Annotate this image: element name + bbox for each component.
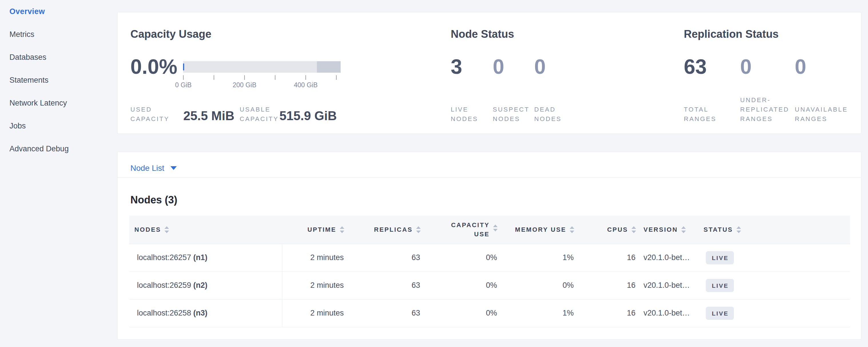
column-header-capacity-use[interactable]: CAPACITY USE (424, 216, 501, 244)
sort-icon (164, 226, 169, 233)
dead-nodes-label: DEAD NODES (534, 105, 562, 124)
node-status-title: Node Status (451, 28, 514, 40)
sort-icon (737, 226, 741, 233)
replicas-cell: 63 (348, 299, 424, 327)
capacity-usage-panel: Capacity Usage 0.0% 0 GiB 200 GiB 400 Gi… (130, 12, 451, 134)
node-id: (n1) (193, 253, 208, 262)
column-header-nodes[interactable]: NODES (129, 216, 282, 244)
cpus-cell: 16 (578, 244, 640, 272)
axis-label-400gib: 400 GiB (294, 81, 317, 89)
status-badge: LIVE (706, 251, 734, 264)
replicas-cell: 63 (348, 244, 424, 272)
cluster-summary-card: Capacity Usage 0.0% 0 GiB 200 GiB 400 Gi… (117, 12, 861, 134)
node-row[interactable]: localhost:26259 (n2) 2 minutes 63 0% 0% … (129, 272, 850, 299)
capacity-use-cell: 0% (424, 299, 501, 327)
memory-use-cell: 0% (501, 272, 578, 299)
column-header-uptime[interactable]: UPTIME (282, 216, 348, 244)
status-badge: LIVE (706, 279, 734, 292)
capacity-use-cell: 0% (424, 244, 501, 272)
sidebar-item-overview[interactable]: Overview (9, 8, 117, 15)
capacity-usage-title: Capacity Usage (130, 28, 211, 40)
version-cell: v20.1.0-bet… (640, 299, 698, 327)
axis-label-200gib: 200 GiB (232, 81, 256, 89)
uptime-cell: 2 minutes (282, 244, 348, 272)
column-header-cpus[interactable]: CPUS (578, 216, 640, 244)
usable-capacity-label: USABLE CAPACITY (240, 105, 279, 124)
replication-status-panel: Replication Status 63 0 0 TOTAL RANGES U… (684, 12, 858, 134)
sort-icon (631, 226, 636, 233)
capacity-gauge-other-segment (317, 61, 341, 73)
node-status-panel: Node Status 3 0 0 LIVE NODES SUSPECT NOD… (451, 12, 674, 134)
under-replicated-ranges-label: UNDER- REPLICATED RANGES (740, 95, 789, 124)
sidebar-item-statements[interactable]: Statements (9, 76, 117, 84)
usable-capacity-value: 515.9 GiB (279, 109, 337, 122)
used-capacity-value: 25.5 MiB (183, 109, 235, 122)
sort-icon (570, 226, 574, 233)
nodes-section-title: Nodes (3) (130, 194, 177, 206)
status-cell: LIVE (698, 299, 850, 327)
sidebar-item-databases[interactable]: Databases (9, 54, 117, 61)
sidebar-item-metrics[interactable]: Metrics (9, 31, 117, 38)
sort-icon (493, 225, 498, 231)
column-header-replicas[interactable]: REPLICAS (348, 216, 424, 244)
cpus-cell: 16 (578, 299, 640, 327)
capacity-used-percent: 0.0% (130, 56, 177, 77)
unavailable-ranges-label: UNAVAILABLE RANGES (795, 105, 848, 124)
column-header-version[interactable]: VERSION (640, 216, 698, 244)
sort-icon (681, 226, 686, 233)
capacity-use-cell: 0% (424, 272, 501, 299)
live-nodes-count: 3 (451, 56, 462, 77)
capacity-gauge-axis-labels: 0 GiB 200 GiB 400 GiB (183, 81, 341, 89)
suspect-nodes-label: SUSPECT NODES (493, 105, 529, 124)
memory-use-cell: 1% (501, 244, 578, 272)
nodes-table: NODES UPTIME REPLICAS CAPACITY USE MEMOR… (129, 216, 850, 327)
capacity-gauge: 0 GiB 200 GiB 400 GiB (183, 61, 341, 89)
node-id: (n3) (193, 309, 208, 317)
memory-use-cell: 1% (501, 299, 578, 327)
node-address-cell: localhost:26259 (n2) (129, 272, 282, 299)
under-replicated-ranges-count: 0 (740, 56, 752, 77)
uptime-cell: 2 minutes (282, 299, 348, 327)
cluster-overview-page: Overview Metrics Databases Statements Ne… (0, 0, 868, 347)
unavailable-ranges-count: 0 (795, 56, 806, 77)
status-cell: LIVE (698, 272, 850, 299)
node-id: (n2) (193, 281, 208, 289)
sidebar-item-jobs[interactable]: Jobs (9, 122, 117, 130)
used-capacity-label: USED CAPACITY (130, 105, 169, 124)
capacity-gauge-ticks (183, 75, 341, 80)
version-cell: v20.1.0-bet… (640, 244, 698, 272)
node-row[interactable]: localhost:26257 (n1) 2 minutes 63 0% 1% … (129, 244, 850, 272)
node-address-cell: localhost:26258 (n3) (129, 299, 282, 327)
sort-icon (340, 226, 344, 233)
sidebar-item-advanced-debug[interactable]: Advanced Debug (9, 145, 117, 153)
node-list-dropdown-label: Node List (130, 164, 164, 172)
sidebar-item-network-latency[interactable]: Network Latency (9, 99, 117, 107)
column-header-memory-use[interactable]: MEMORY USE (501, 216, 578, 244)
caret-down-icon (170, 166, 177, 170)
total-ranges-count: 63 (684, 56, 707, 77)
node-row[interactable]: localhost:26258 (n3) 2 minutes 63 0% 1% … (129, 299, 850, 327)
dead-nodes-count: 0 (534, 56, 546, 77)
replicas-cell: 63 (348, 272, 424, 299)
column-header-status[interactable]: STATUS (698, 216, 850, 244)
node-list-dropdown[interactable]: Node List (130, 164, 177, 173)
sort-icon (416, 226, 421, 233)
node-list-card: Node List Nodes (3) NODES UPTIME REPLICA (117, 152, 861, 340)
sidebar: Overview Metrics Databases Statements Ne… (0, 0, 117, 347)
replication-status-title: Replication Status (684, 28, 779, 40)
status-cell: LIVE (698, 244, 850, 272)
cpus-cell: 16 (578, 272, 640, 299)
axis-label-0gib: 0 GiB (175, 81, 192, 89)
live-nodes-label: LIVE NODES (451, 105, 478, 124)
suspect-nodes-count: 0 (493, 56, 504, 77)
table-header-row: NODES UPTIME REPLICAS CAPACITY USE MEMOR… (129, 216, 850, 244)
status-badge: LIVE (706, 307, 734, 320)
capacity-gauge-bar (183, 61, 341, 73)
node-address-cell: localhost:26257 (n1) (129, 244, 282, 272)
capacity-gauge-used-marker (183, 64, 184, 70)
version-cell: v20.1.0-bet… (640, 272, 698, 299)
card-divider (118, 177, 861, 178)
total-ranges-label: TOTAL RANGES (684, 105, 716, 124)
uptime-cell: 2 minutes (282, 272, 348, 299)
